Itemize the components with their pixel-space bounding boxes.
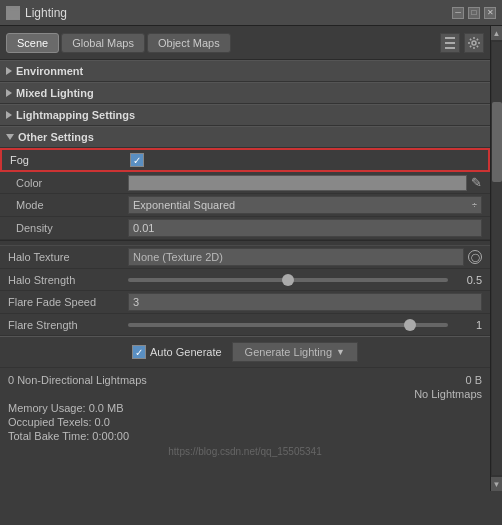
halo-strength-row: Halo Strength 0.5 <box>0 269 490 291</box>
svg-point-6 <box>472 41 476 45</box>
halo-strength-label: Halo Strength <box>8 274 128 286</box>
title-bar-left: Lighting <box>6 6 67 20</box>
close-button[interactable]: ✕ <box>484 7 496 19</box>
flare-strength-label: Flare Strength <box>8 319 128 331</box>
mode-dropdown[interactable]: Exponential Squared ÷ <box>128 196 482 214</box>
section-other-settings[interactable]: Other Settings <box>0 126 490 148</box>
density-value <box>128 219 482 237</box>
generate-lighting-label: Generate Lighting <box>245 346 332 358</box>
generate-btn-arrow: ▼ <box>336 347 345 357</box>
window-icon <box>6 6 20 20</box>
scrollbar-up-arrow[interactable]: ▲ <box>491 26 503 40</box>
scrollbar-down-arrow[interactable]: ▼ <box>491 477 503 491</box>
halo-texture-value: None (Texture 2D) ◯ <box>128 248 482 266</box>
halo-texture-pick-icon[interactable]: ◯ <box>468 250 482 264</box>
scrollbar: ▲ ▼ <box>490 26 502 491</box>
svg-rect-5 <box>445 47 455 49</box>
tab-object-maps[interactable]: Object Maps <box>147 33 231 53</box>
halo-texture-row: Halo Texture None (Texture 2D) ◯ <box>0 246 490 269</box>
mode-row: Mode Exponential Squared ÷ <box>0 194 490 217</box>
mode-dropdown-arrow: ÷ <box>472 200 477 210</box>
lightmaps-size: 0 B <box>465 374 482 386</box>
flare-strength-row: Flare Strength 1 <box>0 314 490 336</box>
halo-texture-display: None (Texture 2D) <box>128 248 464 266</box>
title-bar-controls: ─ □ ✕ <box>452 7 496 19</box>
mode-value: Exponential Squared ÷ <box>128 196 482 214</box>
occupied-texels-row: Occupied Texels: 0.0 <box>8 416 482 428</box>
flare-strength-display: 1 <box>452 319 482 331</box>
scrollbar-track[interactable] <box>492 42 502 475</box>
watermark: https://blog.csdn.net/qq_15505341 <box>8 446 482 457</box>
mode-dropdown-value: Exponential Squared <box>133 199 235 211</box>
gear-icon-btn[interactable] <box>464 33 484 53</box>
halo-strength-track <box>128 278 448 282</box>
memory-usage-row: Memory Usage: 0.0 MB <box>8 402 482 414</box>
lightmaps-row: 0 Non-Directional Lightmaps 0 B <box>8 374 482 386</box>
flare-fade-speed-row: Flare Fade Speed <box>0 291 490 314</box>
flare-strength-thumb <box>404 319 416 331</box>
top-icons <box>440 33 484 53</box>
halo-strength-slider[interactable] <box>128 278 448 282</box>
color-label: Color <box>8 177 128 189</box>
svg-rect-0 <box>7 7 19 19</box>
lightmaps-count: 0 Non-Directional Lightmaps <box>8 374 147 386</box>
mode-label: Mode <box>8 199 128 211</box>
fog-label: Fog <box>10 154 130 166</box>
minimize-button[interactable]: ─ <box>452 7 464 19</box>
flare-fade-speed-input[interactable] <box>128 293 482 311</box>
section-mixed-lighting[interactable]: Mixed Lighting <box>0 82 490 104</box>
halo-strength-display: 0.5 <box>452 274 482 286</box>
density-row: Density <box>0 217 490 240</box>
auto-generate-checkmark: ✓ <box>135 347 143 358</box>
flare-strength-slider[interactable] <box>128 323 448 327</box>
section-environment[interactable]: Environment <box>0 60 490 82</box>
tab-group: Scene Global Maps Object Maps <box>6 33 231 53</box>
color-swatch[interactable] <box>128 175 467 191</box>
density-input[interactable] <box>128 219 482 237</box>
tab-global-maps[interactable]: Global Maps <box>61 33 145 53</box>
total-bake-time-text: Total Bake Time: 0:00:00 <box>8 430 129 442</box>
section-mixed-label: Mixed Lighting <box>16 87 94 99</box>
other-settings-content: Fog ✓ Color ✎ Mode Exponential Squared <box>0 148 490 240</box>
settings-icon-btn[interactable] <box>440 33 460 53</box>
flare-strength-track <box>128 323 448 327</box>
section-lightmapping-label: Lightmapping Settings <box>16 109 135 121</box>
flare-fade-speed-label: Flare Fade Speed <box>8 296 128 308</box>
no-lightmaps-row: No Lightmaps <box>8 388 482 400</box>
auto-generate-text: Auto Generate <box>150 346 222 358</box>
halo-texture-text: None (Texture 2D) <box>133 251 223 263</box>
triangle-environment-icon <box>6 67 12 75</box>
svg-rect-3 <box>445 37 455 39</box>
scrollbar-thumb[interactable] <box>492 102 502 182</box>
fog-row: Fog ✓ <box>0 148 490 172</box>
flare-fade-speed-value <box>128 293 482 311</box>
flare-strength-value: 1 <box>128 319 482 331</box>
halo-strength-value: 0.5 <box>128 274 482 286</box>
generate-lighting-button[interactable]: Generate Lighting ▼ <box>232 342 358 362</box>
color-value: ✎ <box>128 175 482 191</box>
density-label: Density <box>8 222 128 234</box>
triangle-other-icon <box>6 134 14 140</box>
color-edit-icon[interactable]: ✎ <box>471 175 482 190</box>
total-bake-time-row: Total Bake Time: 0:00:00 <box>8 430 482 442</box>
title-bar: Lighting ─ □ ✕ <box>0 0 502 26</box>
triangle-mixed-icon <box>6 89 12 97</box>
section-lightmapping[interactable]: Lightmapping Settings <box>0 104 490 126</box>
occupied-texels-text: Occupied Texels: 0.0 <box>8 416 110 428</box>
auto-generate-label: ✓ Auto Generate <box>132 345 222 359</box>
fog-checkbox[interactable]: ✓ <box>130 153 144 167</box>
bottom-bar: ✓ Auto Generate Generate Lighting ▼ <box>0 336 490 367</box>
stats-area: 0 Non-Directional Lightmaps 0 B No Light… <box>0 367 490 463</box>
panel: Scene Global Maps Object Maps <box>0 26 490 491</box>
main-content: Scene Global Maps Object Maps <box>0 26 502 491</box>
maximize-button[interactable]: □ <box>468 7 480 19</box>
halo-strength-thumb <box>282 274 294 286</box>
svg-rect-4 <box>445 42 455 44</box>
fog-checkmark: ✓ <box>133 155 141 166</box>
section-environment-label: Environment <box>16 65 83 77</box>
halo-texture-label: Halo Texture <box>8 251 128 263</box>
tab-scene[interactable]: Scene <box>6 33 59 53</box>
auto-generate-checkbox[interactable]: ✓ <box>132 345 146 359</box>
section-other-label: Other Settings <box>18 131 94 143</box>
color-row: Color ✎ <box>0 172 490 194</box>
